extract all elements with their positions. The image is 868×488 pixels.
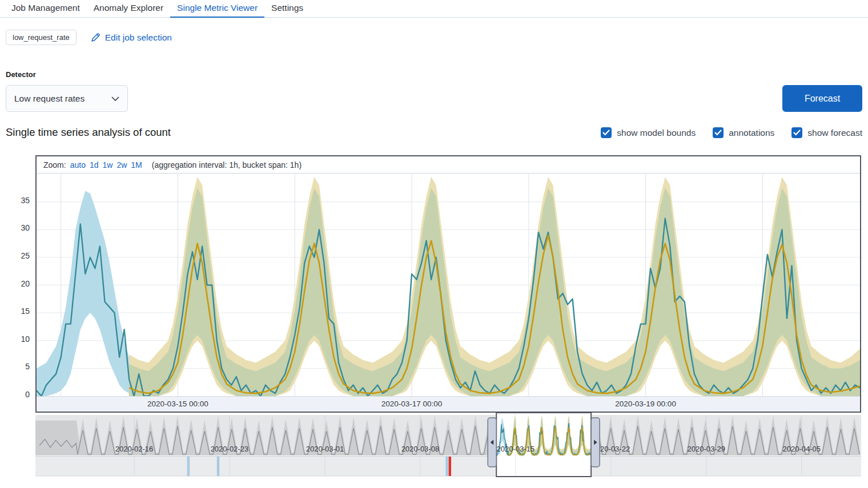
x-axis-band: 2020-03-15 00:002020-03-17 00:002020-03-… [37, 396, 860, 412]
selection-right-handle[interactable] [591, 418, 600, 467]
svg-text:2020-02-23: 2020-02-23 [211, 445, 249, 453]
zoom-label: Zoom: [43, 160, 66, 170]
toggle-label: show model bounds [617, 128, 696, 138]
job-badge: low_request_rate [6, 30, 77, 45]
toggle-label: show forecast [807, 128, 862, 138]
checkbox-checked-icon[interactable] [601, 127, 612, 138]
svg-text:2020-03-29: 2020-03-29 [688, 445, 726, 453]
y-axis-tick-label: 5 [7, 362, 30, 371]
context-navigator[interactable]: 2020-02-162020-02-232020-03-012020-03-08… [35, 412, 861, 479]
x-axis-tick-label: 2020-03-17 00:00 [381, 400, 443, 408]
zoom-option-auto[interactable]: auto [70, 160, 86, 170]
single-metric-viewer-page: Job ManagementAnomaly ExplorerSingle Met… [0, 0, 868, 488]
svg-text:2020-04-05: 2020-04-05 [782, 445, 821, 453]
toggle-show-forecast[interactable]: show forecast [791, 127, 862, 138]
selection-left-handle[interactable] [488, 418, 496, 467]
tab-anomaly-explorer[interactable]: Anomaly Explorer [87, 0, 170, 18]
timeseries-chart-panel: Zoom:auto1d1w2w1M(aggregation interval: … [35, 155, 861, 413]
x-axis-tick-label: 2020-03-15 00:00 [147, 400, 208, 408]
y-axis-tick-label: 15 [7, 306, 30, 316]
y-axis-tick-label: 0 [7, 390, 30, 399]
svg-text:2020-03-08: 2020-03-08 [401, 445, 440, 453]
edit-job-selection-link[interactable]: Edit job selection [90, 33, 172, 43]
detector-select-value: Low request rates [14, 94, 85, 104]
job-selection-bar: low_request_rate Edit job selection [6, 30, 172, 45]
svg-text:2020-03-01: 2020-03-01 [306, 445, 344, 453]
y-axis-tick-label: 10 [7, 334, 30, 344]
toggle-label: annotations [729, 128, 774, 138]
detector-label: Detector [6, 70, 36, 79]
tab-job-management[interactable]: Job Management [5, 0, 87, 18]
top-navigation-tabs: Job ManagementAnomaly ExplorerSingle Met… [0, 0, 868, 18]
y-axis-tick-label: 35 [7, 196, 30, 205]
detector-select[interactable]: Low request rates [6, 85, 128, 112]
checkbox-checked-icon[interactable] [713, 127, 724, 138]
toggle-annotations[interactable]: annotations [713, 127, 774, 138]
zoom-option-2w[interactable]: 2w [116, 160, 127, 170]
checkbox-checked-icon[interactable] [791, 127, 802, 138]
chevron-down-icon [111, 96, 119, 101]
y-axis-tick-label: 30 [7, 223, 30, 232]
zoom-option-1M[interactable]: 1M [131, 160, 142, 170]
zoom-option-1w[interactable]: 1w [103, 160, 113, 170]
svg-text:2020-03-15: 2020-03-15 [497, 445, 535, 453]
forecast-button[interactable]: Forecast [782, 85, 862, 112]
edit-job-selection-label: Edit job selection [105, 33, 172, 43]
x-axis-tick-label: 2020-03-19 00:00 [615, 400, 676, 408]
tab-settings[interactable]: Settings [264, 0, 310, 18]
y-axis-tick-label: 20 [7, 279, 30, 288]
zoom-option-1d[interactable]: 1d [90, 160, 99, 170]
main-timeseries-plot[interactable] [37, 174, 860, 396]
chart-title: Single time series analysis of count [6, 126, 171, 139]
tab-single-metric-viewer[interactable]: Single Metric Viewer [170, 0, 264, 18]
pencil-icon [90, 33, 101, 43]
toggle-show-model-bounds[interactable]: show model bounds [601, 127, 696, 138]
y-axis-tick-label: 25 [7, 251, 30, 260]
svg-text:2020-02-16: 2020-02-16 [115, 445, 154, 453]
chart-option-toggles: show model boundsannotationsshow forecas… [601, 127, 862, 138]
chart-zoom-header: Zoom:auto1d1w2w1M(aggregation interval: … [37, 156, 860, 174]
aggregation-note: (aggregation interval: 1h, bucket span: … [152, 160, 302, 170]
